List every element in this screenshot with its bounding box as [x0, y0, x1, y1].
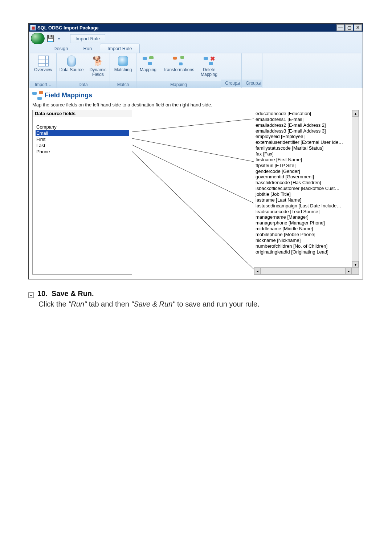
- save-icon[interactable]: 💾: [47, 35, 54, 42]
- destination-field-item[interactable]: managerphone [Manager Phone]: [255, 220, 359, 226]
- source-fields-list[interactable]: CompanyEmailFirstLastPhone: [33, 117, 132, 158]
- group-label-data: Data: [57, 81, 110, 88]
- destination-field-item[interactable]: fax [Fax]: [255, 151, 359, 157]
- horizontal-scrollbar[interactable]: ◂ ▸: [254, 267, 359, 274]
- overview-button[interactable]: Overview: [30, 55, 56, 81]
- source-fields-header: Data source fields: [33, 110, 132, 117]
- grid-icon: [38, 56, 49, 66]
- data-source-button[interactable]: Data Source: [57, 55, 86, 81]
- group-label-import: Import…: [30, 81, 56, 88]
- destination-field-item[interactable]: emailaddress3 [E-mail Address 3]: [255, 128, 359, 134]
- destination-field-item[interactable]: familystatuscode [Marital Status]: [255, 145, 359, 151]
- mapping-button[interactable]: Mapping: [136, 55, 160, 81]
- quick-access-row: 💾 ▾ Import Rule: [30, 33, 361, 44]
- scroll-left-icon[interactable]: ◂: [254, 268, 261, 274]
- minimize-button[interactable]: —: [336, 24, 344, 31]
- source-field-item[interactable]: First: [36, 136, 129, 142]
- step-title: Save & Run.: [52, 289, 94, 297]
- scroll-up-icon[interactable]: ▴: [352, 110, 359, 117]
- destination-field-item[interactable]: isbackofficecustomer [Backoffice Cust…: [255, 186, 359, 191]
- destination-field-item[interactable]: originatingleadid [Originating Lead]: [255, 249, 359, 255]
- svg-line-2: [132, 145, 254, 203]
- group-extra-a: Group ◢: [221, 53, 242, 88]
- lens-icon: [118, 56, 128, 66]
- delete-mapping-icon: ✖: [204, 56, 215, 66]
- destination-field-item[interactable]: managername [Manager]: [255, 214, 359, 220]
- ribbon-groups: Overview Import… Data Source 🐕 Dynamic: [30, 53, 361, 88]
- step-body: Click the "Run" tab and then "Save & Run…: [38, 300, 364, 308]
- overview-label: Overview: [34, 68, 52, 72]
- titlebar: ▦ SQL ODBC Import Package — ▢ ✕: [29, 24, 363, 32]
- source-field-item[interactable]: Phone: [36, 149, 129, 155]
- svg-line-1: [132, 138, 254, 162]
- svg-line-3: [132, 151, 254, 269]
- source-field-item[interactable]: Email: [36, 130, 129, 136]
- dynamic-fields-button[interactable]: 🐕 Dynamic Fields: [86, 55, 110, 81]
- panel-header: Field Mappings: [32, 91, 359, 99]
- maximize-button[interactable]: ▢: [345, 24, 353, 31]
- panel-description: Map the source fields on the left hand s…: [32, 102, 359, 108]
- group-mapping: Mapping Transformations ✖ Delete Mappin: [136, 53, 221, 88]
- scroll-down-icon[interactable]: ▾: [352, 261, 359, 268]
- destination-field-item[interactable]: gendercode [Gender]: [255, 169, 359, 174]
- group-label-extra-a: Group ◢: [221, 80, 241, 87]
- qat-more-icon[interactable]: ▾: [56, 36, 61, 41]
- transformations-button[interactable]: Transformations: [160, 55, 197, 81]
- matching-button[interactable]: Matching: [110, 55, 136, 81]
- destination-field-item[interactable]: lastname [Last Name]: [255, 197, 359, 203]
- destination-field-item[interactable]: governmentid [Government]: [255, 174, 359, 180]
- group-import: Overview Import…: [30, 53, 57, 88]
- destination-field-item[interactable]: externaluseridentifier [External User Id…: [255, 139, 359, 145]
- destination-field-item[interactable]: nickname [Nickname]: [255, 238, 359, 243]
- destination-field-item[interactable]: ftpsiteurl [FTP Site]: [255, 163, 359, 169]
- subtab-design[interactable]: Design: [46, 44, 75, 53]
- destination-field-item[interactable]: employeeid [Employee]: [255, 134, 359, 139]
- mapping-connectors: [132, 110, 254, 275]
- cylinder-icon: [66, 56, 77, 66]
- delete-mapping-button[interactable]: ✖ Delete Mapping: [197, 55, 221, 81]
- destination-fields-panel: educationcode [Education]emailaddress1 […: [254, 110, 359, 275]
- panel-title: Field Mappings: [45, 92, 92, 99]
- destination-field-item[interactable]: mobilephone [Mobile Phone]: [255, 232, 359, 238]
- destination-fields-list[interactable]: educationcode [Education]emailaddress1 […: [254, 110, 359, 274]
- app-icon: ▦: [30, 25, 36, 31]
- close-button[interactable]: ✕: [354, 24, 362, 31]
- source-field-item[interactable]: Last: [36, 142, 129, 149]
- mapping-row: Data source fields CompanyEmailFirstLast…: [32, 110, 359, 275]
- group-label-extra-b: Group ◢: [242, 80, 262, 87]
- mapping-icon: [143, 56, 154, 66]
- window-buttons: — ▢ ✕: [336, 24, 362, 31]
- step-number: 10.: [37, 289, 48, 297]
- group-label-match: Match: [110, 81, 136, 88]
- group-extra-b: Group ◢: [242, 53, 262, 88]
- subtab-import-rule[interactable]: Import Rule: [100, 44, 139, 53]
- scrollbar-corner: [352, 268, 359, 274]
- office-button[interactable]: [31, 33, 45, 44]
- vertical-scrollbar[interactable]: ▴ ▾: [352, 110, 359, 268]
- dynamic-icon: 🐕: [93, 56, 103, 66]
- dialog-launcher-icon[interactable]: ◢: [237, 81, 240, 85]
- destination-field-item[interactable]: emailaddress1 [E-mail]: [255, 117, 359, 122]
- ribbon: 💾 ▾ Import Rule Design Run Import Rule O…: [29, 32, 363, 88]
- dialog-launcher-icon[interactable]: ◢: [258, 81, 261, 85]
- scroll-right-icon[interactable]: ▸: [345, 268, 352, 274]
- destination-field-item[interactable]: haschildrencode [Has Children]: [255, 180, 359, 186]
- transformations-icon: [173, 56, 184, 66]
- source-field-item[interactable]: Company: [36, 124, 129, 130]
- destination-field-item[interactable]: lastusedincampaign [Last Date Include…: [255, 203, 359, 209]
- destination-field-item[interactable]: leadsourcecode [Lead Source]: [255, 209, 359, 215]
- destination-field-item[interactable]: numberofchildren [No. of Children]: [255, 243, 359, 249]
- svg-line-0: [132, 119, 254, 132]
- subtab-run[interactable]: Run: [76, 44, 99, 53]
- destination-field-item[interactable]: emailaddress2 [E-mail Address 2]: [255, 122, 359, 128]
- destination-field-item[interactable]: middlename [Middle Name]: [255, 226, 359, 232]
- destination-field-item[interactable]: jobtitle [Job Title]: [255, 191, 359, 197]
- group-data: Data Source 🐕 Dynamic Fields Data: [57, 53, 110, 88]
- collapse-icon[interactable]: –: [28, 292, 34, 298]
- field-mappings-icon: [32, 91, 42, 99]
- destination-field-item[interactable]: educationcode [Education]: [255, 111, 359, 117]
- source-fields-panel: Data source fields CompanyEmailFirstLast…: [32, 110, 132, 275]
- window-title: SQL ODBC Import Package: [37, 25, 99, 31]
- primary-tab-import-rule[interactable]: Import Rule: [70, 34, 105, 43]
- destination-field-item[interactable]: firstname [First Name]: [255, 157, 359, 163]
